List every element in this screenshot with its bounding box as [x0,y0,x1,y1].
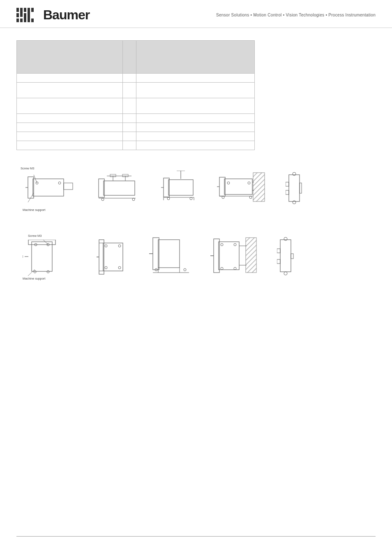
screw-label-2: Screw M3 [28,234,42,238]
svg-point-48 [222,196,224,199]
baumer-logo-icon [16,8,39,22]
main-content: Screw M3 Machine sup [0,28,392,310]
svg-rect-99 [291,254,293,259]
svg-rect-98 [277,259,280,264]
svg-point-14 [58,182,61,184]
svg-point-82 [184,268,186,271]
svg-rect-83 [246,238,256,273]
table-row [17,114,255,123]
diagram-5 [281,167,306,212]
diagram-2-svg [95,173,144,206]
svg-rect-7 [28,8,30,22]
svg-point-52 [293,201,296,204]
table-cell [136,114,255,123]
svg-rect-94 [280,240,291,272]
diagram-9 [208,232,261,282]
diagram-2 [92,167,146,212]
table-cell [17,98,123,114]
svg-line-64 [43,240,48,245]
svg-point-71 [105,245,107,247]
table-row [17,74,255,83]
table-cell [17,123,123,132]
svg-point-92 [221,267,223,270]
svg-point-49 [249,196,252,199]
svg-rect-56 [32,242,52,271]
svg-rect-55 [300,183,302,193]
logo-area: Baumer [16,7,90,23]
svg-rect-30 [168,180,193,195]
table-header-col1 [17,41,123,74]
svg-rect-6 [24,13,26,22]
svg-point-46 [248,182,250,184]
table-cell [122,98,136,114]
logo-text: Baumer [43,7,90,23]
table-cell [17,74,123,83]
spec-table [16,40,255,150]
svg-point-45 [227,182,230,184]
svg-rect-53 [286,182,289,186]
table-cell [17,141,123,150]
svg-point-73 [105,266,107,269]
table-cell [136,83,255,98]
diagram-8-svg [148,236,193,279]
svg-point-74 [118,266,121,269]
table-cell [17,114,123,123]
svg-rect-38 [253,173,265,201]
table-cell [136,98,255,114]
svg-point-37 [190,197,192,200]
diagram-7 [92,232,134,282]
table-cell [122,83,136,98]
svg-point-63 [47,271,49,273]
diagrams-section: Screw M3 Machine sup [16,167,376,282]
svg-rect-0 [16,8,19,12]
table-cell [136,141,255,150]
table-header-row [17,41,255,74]
table-cell [17,83,123,98]
diagram-row-1: Screw M3 Machine sup [16,167,376,212]
svg-rect-54 [286,190,289,194]
svg-point-27 [132,198,135,201]
header-tagline: Sensor Solutions • Motion Control • Visi… [216,13,376,17]
svg-rect-57 [28,240,55,245]
svg-rect-50 [289,175,300,201]
footer-line [16,536,376,537]
table-row [17,132,255,141]
table-header-col3 [136,41,255,74]
table-cell [17,132,123,141]
diagram-10 [273,232,298,282]
table-header-col2 [122,41,136,74]
svg-line-65 [28,269,35,276]
table-row [17,141,255,150]
svg-rect-97 [277,249,280,253]
diagram-10-svg [277,236,294,278]
table-cell [136,74,255,83]
diagram-9-svg [210,236,259,279]
diagram-1: Screw M3 Machine sup [21,167,80,212]
table-cell [122,114,136,123]
svg-rect-15 [64,183,73,190]
svg-point-96 [284,272,287,275]
diagram-8 [146,232,195,282]
svg-point-72 [118,245,121,247]
screw-label: Screw M3 [21,167,34,170]
diagram-6: Screw M3 [21,232,80,282]
svg-point-93 [234,267,236,270]
svg-rect-5 [24,8,26,12]
table-row [17,83,255,98]
svg-point-95 [284,237,287,241]
machine-support-label-2: Machine support [23,277,45,280]
svg-point-91 [234,243,236,246]
svg-point-36 [167,197,170,200]
svg-line-17 [28,193,34,202]
diagram-5-svg [286,171,302,208]
svg-rect-8 [31,8,34,12]
table-cell [122,141,136,150]
svg-rect-10 [33,179,64,196]
diagram-4 [216,167,269,212]
svg-point-90 [221,243,223,246]
diagram-7-svg [96,236,131,279]
diagram-row-2: Screw M3 [16,232,376,282]
page-header: Baumer Sensor Solutions • Motion Control… [0,0,392,28]
arrow-svg-1 [25,192,37,204]
diagram-4-svg [217,171,268,208]
